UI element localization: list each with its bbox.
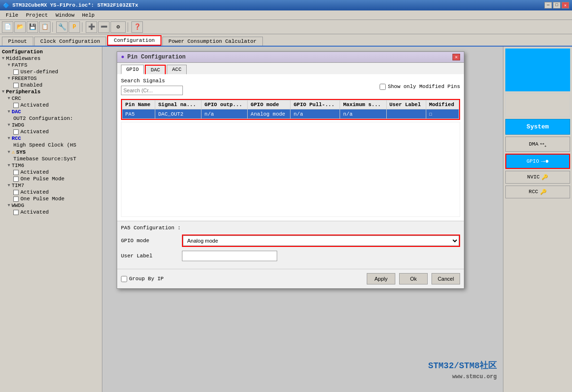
branding-line1: STM32/STM8社区	[428, 361, 497, 371]
arrow-icon: ▼	[8, 203, 10, 208]
gpio-button[interactable]: GPIO →●	[505, 154, 570, 169]
show-modified-checkbox[interactable]	[380, 84, 386, 90]
settings-button[interactable]: ⚙️	[110, 21, 126, 33]
save-as-button[interactable]: 📋	[39, 21, 50, 33]
menu-window[interactable]: Window	[52, 11, 79, 19]
tree-tim6-one-pulse[interactable]: One Pulse Mode	[13, 176, 100, 182]
checkbox-tim7-one-pulse[interactable]	[13, 196, 19, 202]
checkbox-tim7-activated[interactable]	[13, 190, 19, 195]
col-gpio-mode[interactable]: GPIO mode	[248, 100, 291, 109]
checkbox-wwdg-activated[interactable]	[13, 210, 19, 215]
tree-dac[interactable]: ▼ DAC	[8, 108, 100, 115]
ok-button[interactable]: Ok	[399, 273, 428, 284]
add-button[interactable]: ➕	[86, 21, 97, 33]
tree-tim7-one-pulse[interactable]: One Pulse Mode	[13, 196, 100, 202]
col-signal[interactable]: Signal na...	[155, 100, 201, 109]
tree-iwdg[interactable]: ▼ IWDG	[8, 122, 100, 128]
menu-file[interactable]: File	[2, 11, 22, 19]
apply-button[interactable]: Apply	[367, 273, 395, 284]
modal-tab-dac[interactable]: DAC	[145, 65, 166, 74]
checkbox-tim6-one-pulse[interactable]	[13, 176, 19, 182]
middlewares-label: Middlewares	[6, 56, 40, 61]
rcc-icon: 🔑	[540, 189, 547, 195]
col-gpio-output[interactable]: GPIO outp...	[201, 100, 248, 109]
checkbox-crc-activated[interactable]	[13, 103, 19, 108]
table-row[interactable]: PA5 DAC_OUT2 n/a Analog mode n/a n/a ☐	[122, 109, 459, 119]
tree-crc-activated[interactable]: Activated	[13, 102, 100, 108]
search-input[interactable]	[121, 86, 183, 95]
tree-tim6[interactable]: ▼ TIM6	[8, 162, 100, 169]
tim7-label: TIM7	[11, 183, 24, 188]
arrow-icon: ▼	[8, 123, 10, 127]
tim6-activated-label: Activated	[20, 169, 49, 175]
tree-sys[interactable]: ▼ ⚠ SYS	[8, 148, 100, 156]
checkbox-enabled[interactable]	[13, 83, 19, 88]
show-modified-label: Show only Modified Pins	[388, 84, 460, 89]
new-button[interactable]: 📄	[2, 21, 13, 33]
pinout-button[interactable]: P	[69, 21, 80, 33]
tree-tim6-activated[interactable]: Activated	[13, 169, 100, 176]
col-pin-name[interactable]: Pin Name	[122, 100, 155, 109]
remove-button[interactable]: ➖	[98, 21, 110, 33]
tree-crc[interactable]: ▼ CRC	[8, 95, 100, 102]
rcc-button[interactable]: RCC 🔑	[505, 186, 570, 198]
group-by-ip-label: Group By IP	[129, 276, 164, 282]
system-label: System	[505, 119, 570, 135]
tree-wwdg-activated[interactable]: Activated	[13, 209, 100, 216]
tab-configuration[interactable]: Configuration	[107, 35, 161, 46]
modal-tab-acc[interactable]: ACC	[167, 65, 187, 74]
open-button[interactable]: 📂	[14, 21, 26, 33]
left-panel: Configuration ▼ Middlewares ▼ FATFS User…	[0, 47, 102, 392]
tree-freertos[interactable]: ▼ FREERTOS	[8, 75, 100, 82]
right-content: ● Pin Configuration ✕ GPIO DAC ACC Searc…	[102, 47, 572, 392]
tree-middlewares[interactable]: ▼ Middlewares	[2, 55, 100, 62]
tree-wwdg[interactable]: ▼ WWDG	[8, 202, 100, 209]
tab-power-consumption[interactable]: Power Consumption Calculator	[162, 37, 263, 46]
checkbox-iwdg-activated[interactable]	[13, 129, 19, 135]
gray-box	[505, 93, 570, 117]
tim6-one-pulse-label: One Pulse Mode	[20, 176, 64, 182]
menu-help[interactable]: Help	[78, 11, 98, 19]
col-max-speed[interactable]: Maximum s...	[340, 100, 386, 109]
tab-pinout[interactable]: Pinout	[2, 37, 33, 46]
toolbar-separator	[52, 22, 54, 32]
col-modified[interactable]: Modified	[426, 100, 459, 109]
tree-rcc[interactable]: ▼ RCC	[8, 135, 100, 142]
user-label-input[interactable]	[182, 251, 277, 261]
tree-freertos-enabled[interactable]: Enabled	[13, 82, 100, 88]
branding: STM32/STM8社区 www.stmcu.org	[424, 358, 501, 382]
tim7-one-pulse-label: One Pulse Mode	[20, 196, 64, 202]
group-by-ip-checkbox[interactable]	[121, 276, 127, 282]
minimize-button[interactable]: ─	[544, 2, 552, 9]
help-button[interactable]: ❓	[131, 21, 143, 33]
close-button[interactable]: ✕	[562, 2, 569, 9]
arrow-icon: ▼	[8, 136, 10, 141]
modal-tab-gpio[interactable]: GPIO	[121, 65, 144, 74]
tab-clock-configuration[interactable]: Clock Configuration	[34, 37, 106, 46]
nvic-button[interactable]: NVIC 🔑	[505, 171, 570, 184]
tree-peripherals[interactable]: ▼ Peripherals	[2, 88, 100, 95]
cell-output: n/a	[201, 109, 248, 119]
col-user-label[interactable]: User Label	[386, 100, 426, 109]
tree-tim7-activated[interactable]: Activated	[13, 189, 100, 196]
tree-fatfs[interactable]: ▼ FATFS	[8, 62, 100, 69]
sys-label: SYS	[16, 149, 26, 155]
dma-button[interactable]: DMA ↔+	[505, 137, 570, 152]
wwdg-activated-label: Activated	[20, 209, 49, 215]
main-layout: Configuration ▼ Middlewares ▼ FATFS User…	[0, 47, 572, 392]
window-title: STM32CubeMX YS-F1Pro.ioc*: STM32F103ZETx	[12, 2, 138, 8]
tree-tim7[interactable]: ▼ TIM7	[8, 182, 100, 189]
gpio-mode-select[interactable]: Analog mode Input mode Output Push Pull …	[183, 235, 459, 246]
checkbox-user-defined[interactable]	[13, 69, 19, 75]
modal-close-button[interactable]: ✕	[452, 54, 460, 60]
col-gpio-pull[interactable]: GPIO Pull-...	[291, 100, 340, 109]
tree-user-defined[interactable]: User-defined	[13, 69, 100, 75]
checkbox-tim6-activated[interactable]	[13, 170, 19, 175]
save-button[interactable]: 💾	[27, 21, 38, 33]
menu-project[interactable]: Project	[22, 11, 51, 19]
maximize-button[interactable]: □	[553, 2, 561, 9]
tree-iwdg-activated[interactable]: Activated	[13, 128, 100, 135]
load-board-button[interactable]: 🔧	[56, 21, 68, 33]
iwdg-label: IWDG	[11, 122, 24, 128]
cancel-button[interactable]: Cancel	[432, 273, 460, 284]
